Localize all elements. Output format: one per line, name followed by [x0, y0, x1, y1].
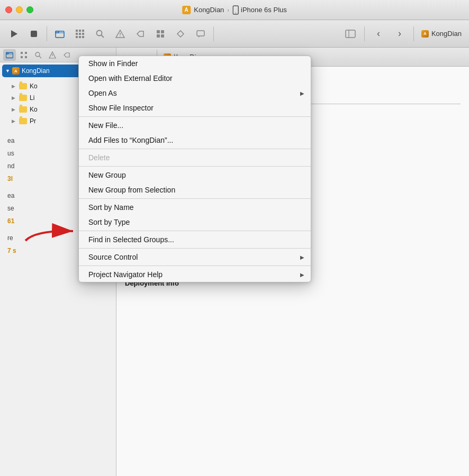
svg-marker-2	[11, 30, 17, 38]
toolbar-sep-2	[213, 26, 214, 41]
project-tree-icon: A	[12, 67, 20, 75]
search-nav-icon	[34, 51, 42, 59]
breakpoint-nav-tab[interactable]	[60, 49, 73, 61]
file-nav-tab[interactable]	[3, 49, 16, 61]
title-bar: A KongDian › iPhone 6s Plus	[0, 0, 469, 20]
svg-point-19	[120, 35, 121, 36]
menu-open-external-editor[interactable]: Open with External Editor	[79, 71, 311, 86]
hierarchy-button[interactable]	[70, 24, 89, 43]
tag-button[interactable]	[171, 24, 190, 43]
svg-rect-21	[157, 30, 160, 33]
project-navigator-help-arrow: ▶	[300, 272, 304, 278]
menu-add-files[interactable]: Add Files to “KongDian”...	[79, 133, 311, 148]
menu-new-group-from-selection[interactable]: New Group from Selection	[79, 182, 311, 197]
scheme-name: KongDian	[194, 6, 224, 14]
breakpoint-button[interactable]	[131, 24, 150, 43]
svg-rect-4	[56, 31, 64, 38]
grid-button[interactable]	[151, 24, 170, 43]
svg-rect-3	[31, 31, 37, 37]
project-breadcrumb: A KongDian	[418, 30, 465, 38]
folder-icon-ko1	[19, 83, 27, 89]
source-control-arrow: ▶	[300, 254, 304, 260]
svg-rect-26	[197, 31, 204, 36]
toolbar-sep-3	[364, 26, 365, 41]
panel-toggle-button[interactable]	[341, 24, 360, 43]
svg-rect-34	[25, 56, 27, 58]
menu-open-as[interactable]: Open As ▶	[79, 86, 311, 100]
menu-sep-7	[79, 266, 311, 266]
menu-delete[interactable]: Delete	[79, 150, 311, 165]
svg-rect-13	[79, 36, 81, 38]
folder-icon-pr	[19, 118, 27, 124]
svg-rect-14	[82, 36, 84, 38]
play-icon	[9, 29, 19, 39]
menu-new-file[interactable]: New File...	[79, 118, 311, 133]
svg-rect-31	[21, 52, 23, 54]
menu-find-in-selected-groups[interactable]: Find in Selected Groups...	[79, 232, 311, 247]
menu-show-in-finder[interactable]: Show in Finder	[79, 56, 311, 71]
warning-nav-icon	[49, 51, 56, 59]
folder-icon-ko2	[19, 106, 27, 113]
svg-marker-20	[137, 31, 143, 36]
svg-rect-9	[76, 33, 78, 35]
comment-button[interactable]	[191, 24, 210, 43]
svg-rect-10	[79, 33, 81, 35]
panel-icon	[345, 30, 356, 38]
tree-label-pr: Pr	[30, 117, 36, 125]
toolbar-right: ‹ › A KongDian	[341, 24, 465, 43]
svg-rect-24	[161, 34, 164, 38]
svg-point-35	[35, 52, 40, 57]
stop-button[interactable]	[24, 24, 43, 43]
menu-new-group[interactable]: New Group	[79, 168, 311, 182]
minimize-button[interactable]	[16, 6, 23, 13]
close-button[interactable]	[5, 6, 12, 13]
traffic-lights	[5, 6, 33, 13]
scm-nav-tab[interactable]	[17, 49, 30, 61]
tree-arrow-li: ▶	[12, 95, 18, 100]
warning-button[interactable]	[111, 24, 130, 43]
warning-nav-tab[interactable]	[46, 49, 59, 61]
back-button[interactable]: ‹	[369, 24, 388, 43]
project-title: KongDian	[431, 30, 462, 38]
search-nav-tab[interactable]	[32, 49, 44, 61]
tree-arrow-pr: ▶	[12, 118, 18, 124]
stop-icon	[30, 30, 38, 38]
menu-show-file-inspector[interactable]: Show File Inspector	[79, 100, 311, 115]
comment-icon	[196, 29, 205, 39]
tree-arrow-ko1: ▶	[12, 84, 18, 89]
svg-rect-5	[56, 31, 59, 33]
project-tree-label: KongDian	[22, 67, 50, 75]
menu-sep-3	[79, 166, 311, 167]
menu-source-control[interactable]: Source Control ▶	[79, 250, 311, 264]
tree-label-li: Li	[30, 94, 34, 102]
svg-rect-29	[6, 52, 13, 58]
tree-label-ko1: Ko	[30, 83, 38, 90]
bp-nav-icon	[63, 51, 70, 59]
device-name: iPhone 6s Plus	[241, 6, 287, 14]
scm-icon	[20, 51, 28, 59]
folder-icon	[55, 29, 65, 39]
search-button[interactable]	[91, 24, 110, 43]
tree-arrow-ko2: ▶	[12, 107, 18, 112]
breakpoint-icon	[136, 29, 145, 39]
maximize-button[interactable]	[26, 6, 33, 13]
menu-sep-6	[79, 248, 311, 249]
forward-button[interactable]: ›	[390, 24, 409, 43]
svg-line-36	[39, 56, 41, 58]
run-button[interactable]	[4, 24, 23, 43]
menu-sort-by-name[interactable]: Sort by Name	[79, 200, 311, 215]
tree-label-ko2: Ko	[30, 106, 38, 113]
toolbar-sep-1	[47, 26, 47, 41]
svg-rect-23	[157, 34, 160, 38]
svg-rect-11	[82, 33, 84, 35]
grid-icon	[156, 29, 165, 39]
svg-marker-25	[177, 31, 184, 37]
toolbar: ‹ › A KongDian	[0, 20, 469, 48]
device-info: iPhone 6s Plus	[232, 5, 287, 15]
file-navigator-button[interactable]	[50, 24, 69, 43]
menu-project-navigator-help[interactable]: Project Navigator Help ▶	[79, 267, 311, 282]
project-icon: A	[421, 30, 429, 38]
warning-icon	[115, 29, 125, 39]
scheme-icon: A	[182, 6, 191, 14]
menu-sort-by-type[interactable]: Sort by Type	[79, 215, 311, 230]
